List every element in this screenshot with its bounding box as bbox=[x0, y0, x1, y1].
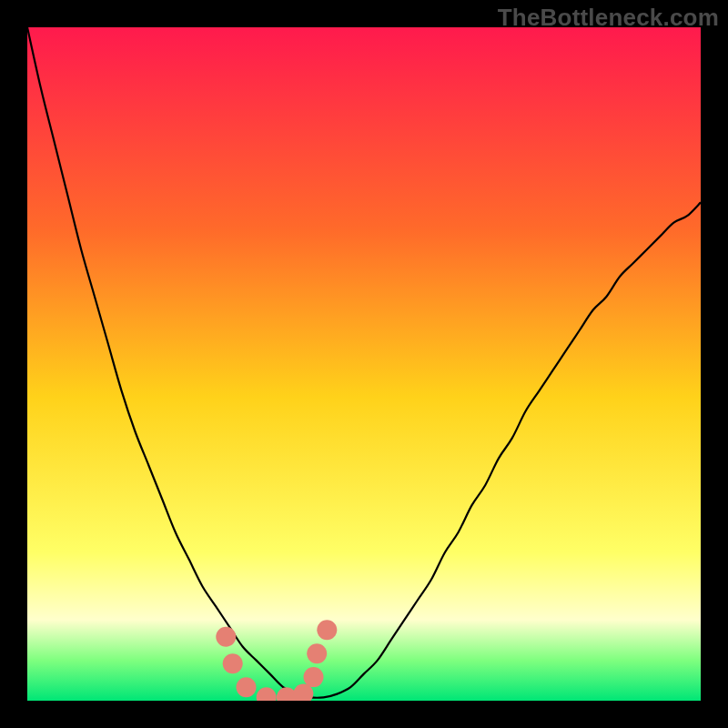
data-marker bbox=[216, 627, 236, 647]
data-marker bbox=[237, 677, 257, 697]
bottleneck-chart bbox=[27, 27, 701, 701]
plot-area bbox=[27, 27, 701, 701]
data-marker bbox=[307, 643, 327, 663]
data-marker bbox=[317, 620, 337, 640]
gradient-background bbox=[27, 27, 701, 701]
data-marker bbox=[223, 653, 243, 673]
data-marker bbox=[304, 667, 324, 687]
chart-frame: TheBottleneck.com bbox=[0, 0, 728, 728]
